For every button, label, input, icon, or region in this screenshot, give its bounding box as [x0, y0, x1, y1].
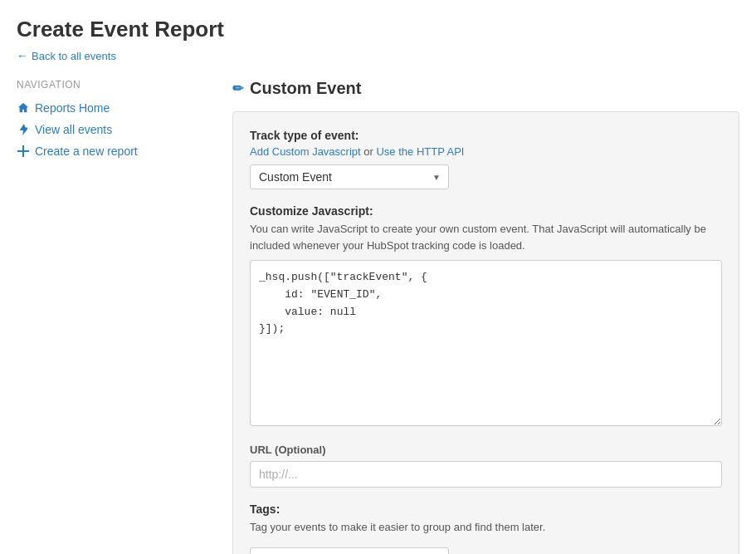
sidebar-nav-label: Navigation	[17, 79, 216, 91]
create-new-report-link[interactable]: Create a new report	[35, 145, 138, 158]
plus-icon	[17, 145, 30, 158]
sidebar-item-reports-home[interactable]: Reports Home	[17, 97, 216, 119]
svg-rect-1	[17, 150, 29, 152]
sidebar: Navigation Reports Home View all events	[17, 79, 232, 554]
pencil-icon: ✏	[232, 81, 243, 96]
reports-home-link[interactable]: Reports Home	[35, 101, 110, 115]
track-type-label: Track type of event:	[250, 129, 722, 142]
form-card: Track type of event: Add Custom Javascri…	[232, 111, 739, 554]
track-type-section: Track type of event: Add Custom Javascri…	[250, 129, 722, 189]
home-icon	[17, 101, 30, 115]
section-title: ✏ Custom Event	[232, 79, 739, 98]
url-section: URL (Optional)	[250, 444, 722, 488]
bolt-icon	[17, 123, 30, 136]
event-type-select[interactable]: Custom Event	[250, 164, 449, 189]
customize-js-section: Customize Javascript: You can write Java…	[250, 204, 722, 429]
code-textarea[interactable]	[250, 260, 722, 426]
tags-select[interactable]: Select tags	[250, 547, 449, 555]
url-label: URL (Optional)	[250, 444, 722, 456]
back-arrow-icon: ←	[17, 49, 28, 62]
tags-label: Tags:	[250, 503, 722, 516]
customize-js-description: You can write JavaScript to create your …	[250, 221, 722, 253]
add-custom-js-link[interactable]: Add Custom Javascript	[250, 145, 361, 158]
view-all-events-link[interactable]: View all events	[35, 123, 112, 136]
tags-section: Tags: Tag your events to make it easier …	[250, 503, 722, 554]
tags-select-wrapper: Select tags ▼	[250, 547, 449, 555]
track-links-separator: or	[363, 145, 376, 158]
url-input[interactable]	[250, 461, 722, 488]
track-type-links: Add Custom Javascript or Use the HTTP AP…	[250, 145, 722, 158]
tags-description: Tag your events to make it easier to gro…	[250, 519, 722, 536]
content-area: ✏ Custom Event Track type of event: Add …	[232, 79, 739, 554]
customize-js-label: Customize Javascript:	[250, 204, 722, 218]
use-http-api-link[interactable]: Use the HTTP API	[376, 145, 464, 158]
event-type-select-wrapper: Custom Event ▼	[250, 164, 449, 189]
page-title: Create Event Report	[17, 17, 739, 42]
back-link-label: Back to all events	[32, 50, 116, 62]
sidebar-item-create-new-report[interactable]: Create a new report	[17, 140, 216, 162]
back-link[interactable]: ← Back to all events	[17, 49, 739, 62]
sidebar-item-view-all-events[interactable]: View all events	[17, 119, 216, 140]
